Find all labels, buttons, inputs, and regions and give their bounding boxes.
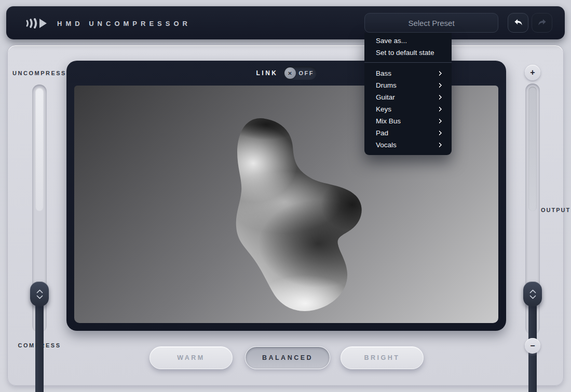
link-toggle-knob-icon: ✕ <box>284 67 296 79</box>
preset-menu-item-pad[interactable]: Pad <box>364 127 452 139</box>
link-state-value: OFF <box>299 70 315 76</box>
preset-menu-item-bass[interactable]: Bass <box>364 67 452 79</box>
preset-menu-item-mix-bus[interactable]: Mix Bus <box>364 115 452 127</box>
compress-label: COMPRESS <box>3 342 76 348</box>
uncompress-slider-thumb[interactable] <box>30 282 49 306</box>
preset-menu-item-vocals[interactable]: Vocals <box>364 139 452 151</box>
undo-arrow-icon <box>513 18 523 27</box>
preset-menu-item-keys[interactable]: Keys <box>364 103 452 115</box>
undo-button[interactable] <box>508 13 528 33</box>
uncompress-label: UNCOMPRESS <box>3 70 76 76</box>
output-track-upper <box>528 87 537 211</box>
chevron-right-icon <box>437 107 442 112</box>
preset-dropdown-menu: Save as... Set to default state Bass Dru… <box>364 33 452 155</box>
preset-menu-set-default[interactable]: Set to default state <box>364 47 452 59</box>
brand-logo-icon <box>25 17 49 30</box>
chevron-right-icon <box>437 83 442 88</box>
chevron-right-icon <box>437 95 442 100</box>
redo-button[interactable] <box>532 13 552 33</box>
chevron-up-icon <box>36 289 43 293</box>
chevron-right-icon <box>437 119 442 124</box>
tone-button-warm[interactable]: WARM <box>149 346 233 369</box>
select-preset-button[interactable]: Select Preset <box>364 13 498 33</box>
preset-menu-save-as[interactable]: Save as... <box>364 35 452 47</box>
uncompress-slider-track[interactable] <box>32 85 47 333</box>
link-label: LINK <box>256 69 278 77</box>
menu-separator <box>364 62 452 63</box>
chevron-up-icon <box>529 289 536 293</box>
tone-button-bright[interactable]: BRIGHT <box>341 346 424 369</box>
output-increase-button[interactable]: + <box>525 65 540 80</box>
output-slider-track[interactable] <box>525 83 540 335</box>
uncompress-track-upper <box>35 88 44 211</box>
header-bar: HMD UNCOMPRESSOR Select Preset <box>6 6 565 39</box>
output-label: OUTPUT <box>541 207 570 213</box>
link-toggle[interactable]: ✕ OFF <box>283 66 317 80</box>
chevron-down-icon <box>36 295 43 299</box>
chevron-right-icon <box>437 71 442 76</box>
output-slider-thumb[interactable] <box>523 282 542 306</box>
output-decrease-button[interactable]: − <box>525 338 540 354</box>
preset-menu-item-drums[interactable]: Drums <box>364 79 452 91</box>
preset-menu-item-guitar[interactable]: Guitar <box>364 91 452 103</box>
app-title: HMD UNCOMPRESSOR <box>57 20 191 27</box>
chevron-right-icon <box>437 131 442 136</box>
tone-button-balanced[interactable]: BALANCED <box>245 346 330 369</box>
chevron-down-icon <box>529 295 536 299</box>
chevron-right-icon <box>437 143 442 148</box>
redo-arrow-icon <box>537 18 547 27</box>
plugin-window: HMD UNCOMPRESSOR Select Preset UNCOMPRES… <box>0 0 571 392</box>
